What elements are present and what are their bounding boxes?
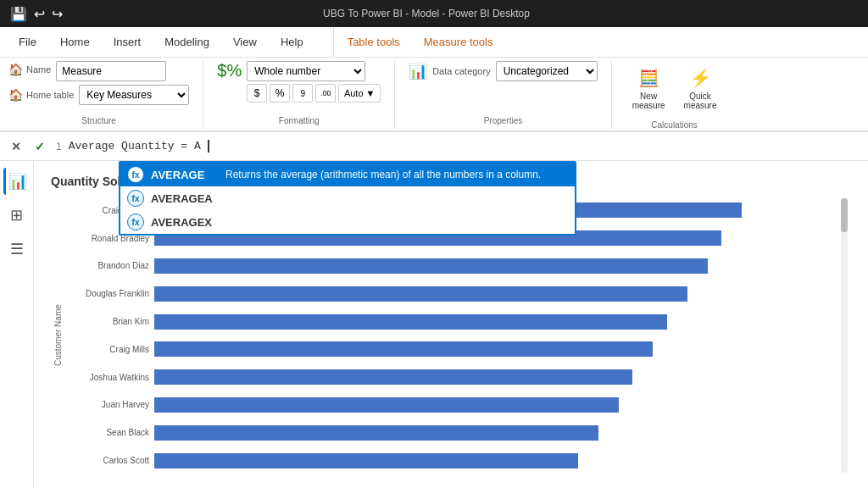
menu-modeling[interactable]: Modeling (154, 30, 220, 53)
datacategory-select[interactable]: Uncategorized (496, 61, 598, 81)
percent-btn[interactable]: % (270, 84, 290, 103)
quick-measure-label: Quickmeasure (684, 92, 717, 110)
table-row: Juan Harvey (64, 397, 837, 413)
bar-track (154, 369, 837, 385)
new-measure-btn[interactable]: 🧮 Newmeasure (626, 61, 672, 114)
sidebar-model-icon[interactable]: ☰ (3, 236, 31, 263)
formula-line-number: 1 (56, 141, 62, 152)
bar-label: Carlos Scott (64, 456, 149, 465)
redo-icon[interactable]: ↪ (52, 6, 63, 22)
ac-item-averagex[interactable]: fx AVERAGEX (120, 210, 575, 234)
bar-label: Sean Black (64, 428, 149, 437)
table-row: Brian Kim (64, 314, 837, 330)
ribbon-group-properties: 📊 Data category Uncategorized Properties (409, 61, 611, 129)
formula-cancel-btn[interactable]: ✕ (7, 137, 25, 156)
save-icon[interactable]: 💾 (10, 6, 27, 22)
table-row: Sean Black (64, 425, 837, 441)
menu-insert[interactable]: Insert (103, 30, 152, 53)
bar-label: Joshua Watkins (64, 373, 149, 382)
properties-label: Properties (484, 113, 523, 125)
comma-btn[interactable]: 9 (292, 84, 313, 103)
bar-label: Craig Mills (64, 345, 149, 354)
structure-label: Structure (81, 113, 116, 125)
quick-measure-btn[interactable]: ⚡ Quickmeasure (677, 61, 724, 114)
chart-container: Customer Name Craig WrightRonald Bradley… (51, 198, 851, 473)
left-sidebar: 📊 ⊞ ☰ (0, 161, 34, 488)
bar-label: Brian Kim (64, 317, 149, 326)
bar-track (154, 286, 837, 302)
tab-measure-tools[interactable]: Measure tools (414, 30, 504, 53)
tab-table-tools[interactable]: Table tools (337, 30, 410, 53)
name-input[interactable] (56, 61, 166, 81)
bar-track (154, 341, 837, 357)
table-row: Carlos Scott (64, 453, 837, 469)
formula-actions: ✕ ✓ (7, 137, 49, 156)
scrollbar-thumb[interactable] (841, 198, 848, 232)
table-row: Brandon Diaz (64, 258, 837, 274)
sidebar-report-icon[interactable]: 📊 (3, 168, 31, 195)
bar-track (154, 453, 837, 469)
bar-fill (154, 425, 598, 441)
chart-scrollbar[interactable] (841, 198, 848, 473)
ribbon-group-formatting: $% Whole number $ % 9 .00 Auto ▼ Formatt… (217, 61, 395, 129)
menu-bar: File Home Insert Modeling View Help Tabl… (0, 27, 868, 58)
name-label: Name (26, 64, 51, 75)
hometable-select[interactable]: Key Measures (79, 85, 189, 105)
bar-track (154, 314, 837, 330)
new-measure-icon: 🧮 (635, 64, 662, 92)
bar-fill (154, 314, 667, 330)
undo-icon[interactable]: ↩ (34, 6, 45, 22)
table-row: Douglas Franklin (64, 286, 837, 302)
bar-track (154, 425, 837, 441)
formatting-label: Formatting (279, 113, 320, 125)
datacategory-label: Data category (432, 66, 490, 76)
bar-track (154, 258, 837, 274)
bar-fill (154, 369, 632, 385)
cursor (208, 140, 216, 152)
bar-fill (154, 453, 578, 469)
bar-fill (154, 341, 653, 357)
bar-label: Juan Harvey (64, 400, 149, 409)
formula-content[interactable]: Average Quantity = A (69, 140, 861, 152)
averagea-func-name: AVERAGEA (151, 192, 219, 205)
average-func-icon: fx (127, 166, 144, 183)
averagex-func-icon: fx (127, 214, 144, 230)
calculations-label: Calculations (651, 117, 697, 130)
ac-item-averagea[interactable]: fx AVERAGEA (120, 186, 575, 210)
table-row: Craig Mills (64, 341, 837, 357)
formula-text: Average Quantity = A (69, 140, 201, 152)
formula-bar: ✕ ✓ 1 Average Quantity = A fx AVERAGE Re… (0, 132, 868, 161)
formula-confirm-btn[interactable]: ✓ (31, 137, 49, 156)
bar-track (154, 397, 837, 413)
chart-y-axis-label: Customer Name (51, 198, 64, 473)
ribbon: 🏠 Name 🏠 Home table Key Measures Structu… (0, 58, 868, 132)
ribbon-group-structure: 🏠 Name 🏠 Home table Key Measures Structu… (8, 61, 203, 129)
title-bar-icons[interactable]: 💾 ↩ ↪ (10, 6, 63, 22)
average-func-name: AVERAGE (151, 169, 219, 181)
bar-label: Brandon Diaz (64, 261, 149, 270)
averagea-func-icon: fx (127, 190, 144, 207)
menu-help[interactable]: Help (270, 30, 314, 53)
table-row: Joshua Watkins (64, 369, 837, 385)
window-title: UBG To Power BI - Model - Power BI Deskt… (323, 8, 530, 19)
autocomplete-dropdown: fx AVERAGE Returns the average (arithmet… (119, 161, 576, 236)
hometable-label: Home table (26, 90, 74, 100)
menu-home[interactable]: Home (50, 30, 100, 53)
bar-fill (154, 258, 708, 274)
bar-label: Douglas Franklin (64, 289, 149, 298)
sidebar-data-icon[interactable]: ⊞ (3, 202, 31, 229)
averagex-func-name: AVERAGEX (151, 216, 219, 229)
ribbon-group-calculations: 🧮 Newmeasure ⚡ Quickmeasure Calculations (626, 61, 737, 133)
menu-file[interactable]: File (8, 30, 47, 53)
bar-fill (154, 286, 687, 302)
title-bar: 💾 ↩ ↪ UBG To Power BI - Model - Power BI… (0, 0, 868, 27)
menu-view[interactable]: View (223, 30, 267, 53)
currency-btn[interactable]: $ (247, 84, 267, 103)
new-measure-label: Newmeasure (632, 92, 665, 110)
decimal-btn[interactable]: .00 (315, 84, 336, 103)
ac-item-average[interactable]: fx AVERAGE Returns the average (arithmet… (120, 163, 575, 186)
chart-bars: Craig WrightRonald BradleyBrandon DiazDo… (64, 198, 837, 473)
average-func-desc: Returns the average (arithmetic mean) of… (225, 169, 541, 180)
format-select[interactable]: Whole number (247, 61, 365, 81)
auto-select[interactable]: Auto ▼ (338, 84, 381, 103)
